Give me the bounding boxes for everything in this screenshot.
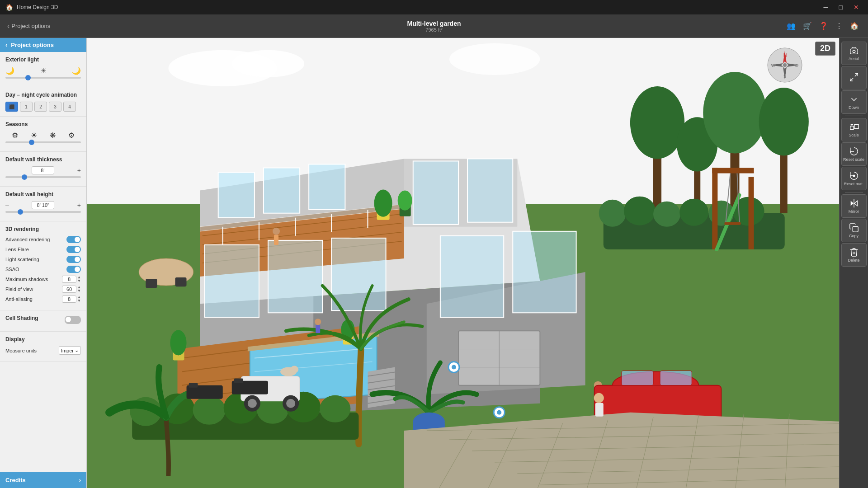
light-icons: 🌙 ☀ 🌙 (5, 66, 81, 75)
measure-label: Measure units (5, 348, 37, 353)
wall-thickness-value: 8" (32, 166, 54, 174)
wall-height-value: 8' 10" (32, 201, 54, 209)
height-decrease[interactable]: – (5, 202, 9, 209)
svg-point-15 (449, 43, 540, 75)
fov-value: 60 (62, 286, 76, 293)
measure-select[interactable]: Imper ⌄ (59, 346, 81, 355)
svg-text:S: S (783, 74, 786, 79)
seasons-slider[interactable] (5, 141, 81, 143)
svg-rect-65 (218, 173, 255, 218)
display-title: Display (5, 336, 81, 343)
seasons-section: Seasons ⚙ ☀ ❋ ⚙ (0, 117, 86, 152)
help-button[interactable]: ❓ (817, 20, 830, 32)
wall-thickness-row: – 8" + (5, 166, 81, 174)
down-label: Down (849, 105, 859, 110)
home-button[interactable]: 🏠 (848, 20, 861, 32)
back-button[interactable]: ‹ (7, 22, 9, 30)
light-scattering-toggle[interactable] (66, 256, 81, 263)
expand-button[interactable] (841, 66, 867, 89)
aa-label: Anti-aliasing (5, 296, 33, 302)
copy-button[interactable]: Copy (841, 219, 867, 242)
cycle-buttons: ⬛ 1 2 3 4 (5, 102, 81, 112)
aa-row: Anti-aliasing 8 ▲ ▼ (5, 296, 81, 303)
advanced-rendering-toggle[interactable] (66, 236, 81, 243)
cell-shading-toggle[interactable] (65, 316, 81, 324)
max-shadows-row: Maximum shadows 8 ▲ ▼ (5, 276, 81, 283)
height-increase[interactable]: + (77, 202, 81, 209)
season-icon-2[interactable]: ❋ (50, 131, 56, 140)
cycle-btn-3[interactable]: 3 (49, 102, 61, 112)
credits-bar[interactable]: Credits › (0, 472, 86, 488)
scale-button[interactable]: Scale (841, 118, 867, 141)
seasons-title: Seasons (5, 121, 81, 127)
btn-2d[interactable]: 2D (815, 42, 835, 56)
maximize-button[interactable]: □ (835, 3, 846, 12)
svg-rect-107 (316, 325, 320, 333)
reset-mat-label: Reset mat. (844, 182, 864, 186)
svg-point-103 (320, 395, 350, 422)
cycle-btn-4[interactable]: 4 (63, 102, 76, 112)
separator-1 (845, 116, 863, 116)
svg-point-18 (630, 86, 684, 159)
down-button[interactable]: Down (841, 90, 867, 114)
wall-height-slider[interactable] (5, 211, 81, 213)
cart-button[interactable]: 🛒 (801, 20, 814, 32)
wall-thickness-slider[interactable] (5, 176, 81, 178)
close-button[interactable]: ✕ (850, 3, 863, 12)
season-icon-1[interactable]: ☀ (31, 131, 37, 140)
people-button[interactable]: 👥 (785, 20, 797, 32)
ssao-row: SSAO (5, 266, 81, 273)
svg-point-113 (248, 399, 257, 408)
advanced-rendering-label: Advanced rendering (5, 237, 50, 242)
svg-marker-173 (854, 201, 857, 206)
fov-label: Field of view (5, 286, 33, 292)
reset-mat-button[interactable]: Reset mat. (841, 167, 867, 190)
delete-button[interactable]: Delete (841, 243, 867, 267)
svg-rect-116 (189, 383, 198, 388)
max-shadows-spinner: 8 ▲ ▼ (62, 276, 81, 283)
svg-point-125 (497, 410, 501, 415)
left-panel: ‹ Project options Exterior light 🌙 ☀ 🌙 D… (0, 38, 87, 488)
titlebar-right[interactable]: ─ □ ✕ (820, 3, 863, 12)
aerial-button[interactable]: Aerial (841, 42, 867, 65)
ssao-toggle[interactable] (66, 266, 81, 273)
top-toolbar: ‹ Project options Multi-level garden 796… (0, 14, 868, 38)
svg-rect-38 (724, 222, 741, 225)
viewport[interactable]: N S W E 2D (87, 38, 839, 488)
svg-point-14 (232, 50, 304, 77)
cycle-btn-1[interactable]: 1 (20, 102, 33, 112)
exterior-light-slider[interactable] (5, 77, 81, 79)
svg-rect-32 (712, 168, 717, 249)
svg-rect-128 (660, 371, 692, 385)
shadows-down[interactable]: ▼ (77, 279, 81, 283)
moon2-icon: 🌙 (72, 66, 81, 75)
mirror-button[interactable]: Mirror (841, 194, 867, 218)
reset-scale-button[interactable]: Reset scale (841, 142, 867, 166)
light-scattering-label: Light scattering (5, 257, 39, 262)
scale-label: Scale (849, 133, 859, 137)
ssao-label: SSAO (5, 267, 19, 272)
cycle-btn-0[interactable]: ⬛ (5, 102, 18, 112)
svg-text:E: E (795, 63, 798, 68)
lens-flare-toggle[interactable] (66, 246, 81, 253)
cycle-btn-2[interactable]: 2 (34, 102, 47, 112)
exterior-light-section: Exterior light 🌙 ☀ 🌙 (0, 52, 86, 87)
season-icon-3[interactable]: ⚙ (68, 131, 75, 140)
wall-height-section: Default wall height – 8' 10" + (0, 187, 86, 221)
fov-row: Field of view 60 ▲ ▼ (5, 286, 81, 293)
measure-chevron: ⌄ (75, 347, 79, 353)
svg-rect-167 (854, 125, 858, 129)
minimize-button[interactable]: ─ (820, 3, 832, 12)
more-button[interactable]: ⋮ (834, 20, 844, 32)
fov-down[interactable]: ▼ (77, 289, 81, 293)
thickness-decrease[interactable]: – (5, 167, 9, 174)
panel-header: ‹ Project options (0, 38, 86, 52)
thickness-increase[interactable]: + (77, 167, 81, 174)
panel-title: Project options (11, 42, 54, 48)
aa-down[interactable]: ▼ (77, 299, 81, 303)
season-icon-0[interactable]: ⚙ (12, 131, 18, 140)
day-night-section: Day – night cycle animation ⬛ 1 2 3 4 (0, 87, 86, 117)
svg-rect-67 (309, 164, 345, 209)
rendering-title: 3D rendering (5, 226, 81, 232)
max-shadows-value: 8 (62, 276, 76, 283)
